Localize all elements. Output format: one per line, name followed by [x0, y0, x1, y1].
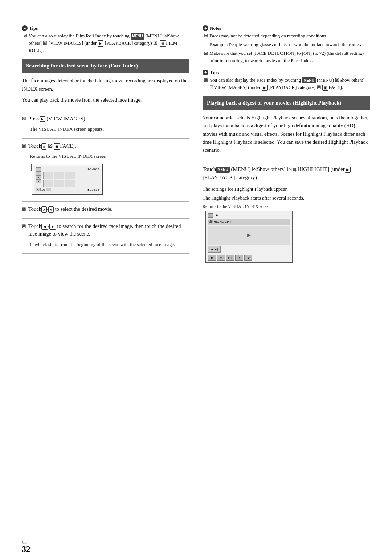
- settings-btn[interactable]: ⚙: [244, 255, 252, 261]
- tips-mid-icon: ✦: [203, 70, 208, 75]
- tip-mid-text: You can also display the Face Index by t…: [209, 77, 370, 91]
- notes-content: ☒ Faces may not be detected depending on…: [203, 32, 370, 65]
- notes-top-right: ✦ Notes ☒ Faces may not be detected depe…: [203, 25, 370, 66]
- highlight-icon: 卹: [293, 167, 297, 172]
- highlight-back-btn: ⟵: [208, 213, 213, 218]
- step-4-sub: Playback starts from the beginning of th…: [22, 241, 189, 248]
- highlight-volume-area: ◄◄): [208, 246, 290, 254]
- highlight-returns-label: Returns to the VISUAL INDEX screen: [203, 204, 370, 209]
- screen-bottom: < 1/3 > ■1:12:34: [36, 188, 99, 192]
- note-text-3: Make sure that you set [FACE DETECTION] …: [209, 50, 370, 64]
- section-heading-face: Searching for desired scene by face (Fac…: [22, 59, 189, 73]
- body-text-1: The face images detected or touched duri…: [22, 77, 189, 93]
- step-2-sub: Returns to the VISUAL INDEX screen: [22, 153, 189, 160]
- date-label: 1-1-2010: [43, 167, 99, 171]
- view-images-icon: ▶: [40, 116, 45, 122]
- gb-label: GB: [22, 540, 30, 544]
- cell-1: [43, 172, 53, 179]
- step-bullet-3: ☒: [22, 206, 26, 212]
- play-btn: ►: [36, 175, 41, 179]
- grid-row-1: [43, 172, 99, 179]
- step-bullet-1: ☒: [22, 116, 26, 122]
- down-btn: ∨: [36, 179, 41, 183]
- highlight-sub-2: The Highlight Playback starts after seve…: [203, 194, 370, 202]
- filmroll-icon: ▦: [160, 40, 166, 47]
- highlight-title-bar: 卹 HIGHLIGHT: [208, 219, 290, 225]
- back-btn-screen: ⟵: [36, 167, 41, 171]
- highlight-sub-text-1: The settings for Highlight Playback appe…: [203, 186, 288, 192]
- note-bullet-3: ☒: [204, 50, 208, 64]
- image-grid: 1-1-2010: [43, 167, 99, 187]
- tips-title: Tips: [29, 25, 38, 31]
- screen-inner-left: ⟵ ∧ ► ∨ 1-1-2010: [34, 166, 101, 193]
- page: ✦ Tips ☒ You can also display the Film R…: [0, 11, 392, 557]
- skip-fwd-btn[interactable]: ⏭: [235, 255, 243, 261]
- highlight-main-area: ►: [208, 226, 290, 245]
- highlight-step: TouchMENU (MENU) ☒Show others] ☒ 卹HIGHLI…: [203, 165, 370, 182]
- face-icon-right: ▣: [322, 85, 328, 91]
- screen-box-left: ⟵ ∧ ► ∨ 1-1-2010: [32, 164, 103, 195]
- screen-diagram-left: ⟵ ∧ ► ∨ 1-1-2010: [22, 164, 189, 195]
- tips-content: ☒ You can also display the Film Roll Ind…: [22, 32, 189, 54]
- divider-r2: [203, 270, 370, 270]
- grid-row-2: [43, 180, 99, 187]
- step-2-sub-text: Returns to the VISUAL INDEX screen: [30, 153, 106, 159]
- body-para-1: The face images detected or touched duri…: [22, 78, 187, 91]
- step-1-sub: The VISUAL INDEX screen appears.: [22, 126, 189, 133]
- highlight-title-text: 卹 HIGHLIGHT: [209, 220, 232, 224]
- body-para-highlight: Your camcorder selects Highlight Playbac…: [203, 115, 368, 153]
- stop-btn[interactable]: ■: [208, 255, 216, 261]
- note-text-1: Faces may not be detected depending on r…: [209, 32, 327, 40]
- step-bullet-4: ☒: [22, 224, 26, 229]
- notes-title: Notes: [210, 25, 221, 31]
- cell-3: [65, 172, 75, 179]
- connector-line: [31, 164, 32, 171]
- divider-1: [22, 111, 189, 111]
- menu-icon-highlight: MENU: [216, 167, 229, 173]
- cell-4: [43, 180, 53, 187]
- pagination: 1/3: [41, 188, 45, 192]
- step-3-content: Touch∧/∨ to select the desired movie.: [28, 205, 189, 213]
- cell-5: [54, 180, 64, 187]
- highlight-screen-box: ⟵ ► 卹 HIGHLIGHT ► ◄◄): [205, 211, 293, 263]
- note-item-3: ☒ Make sure that you set [FACE DETECTION…: [204, 50, 370, 64]
- highlight-returns-text: Returns to the VISUAL INDEX screen: [203, 204, 271, 209]
- body-text-highlight: Your camcorder selects Highlight Playbac…: [203, 114, 370, 155]
- tips-mid-content: ☒ You can also display the Face Index by…: [203, 77, 370, 91]
- divider-2: [22, 138, 189, 139]
- page-number: 32: [22, 544, 30, 554]
- step-4: ☒ Touch◄/► to search for the desired fac…: [22, 222, 189, 238]
- tips-label: ✦ Tips: [22, 25, 189, 31]
- left-column: ✦ Tips ☒ You can also display the Film R…: [22, 25, 189, 553]
- step-2-content: Touch⌂ ☒ ▣FACE].: [28, 142, 189, 150]
- left-arrow-icon: ◄: [41, 224, 48, 230]
- playback-icon-right: ▶: [262, 85, 268, 91]
- face-icon: ▣: [54, 143, 60, 150]
- highlight-controls: ■ ⏮ ►II ⏭ ⚙: [208, 255, 290, 261]
- highlight-play-arrow: ►: [215, 213, 219, 218]
- right-arrow-icon: ►: [49, 224, 56, 230]
- cell-6: [65, 180, 75, 187]
- menu-icon: MENU: [131, 33, 144, 40]
- notes-label: ✦ Notes: [203, 25, 370, 31]
- step-1-sub-text: The VISUAL INDEX screen appears.: [30, 126, 104, 132]
- step-2: ☒ Touch⌂ ☒ ▣FACE].: [22, 142, 189, 150]
- highlight-volume: ◄◄): [208, 246, 221, 253]
- step-1-content: Press▶ (VIEW IMAGES).: [28, 115, 189, 123]
- tips-top-left: ✦ Tips ☒ You can also display the Film R…: [22, 25, 189, 56]
- divider-4: [22, 218, 189, 219]
- note-bullet-1: ☒: [204, 33, 208, 40]
- tips-icon: ✦: [22, 25, 28, 31]
- highlight-step-content: TouchMENU (MENU) ☒Show others] ☒ 卹HIGHLI…: [203, 165, 370, 182]
- playback-icon-highlight: ▶: [345, 167, 351, 173]
- up-arrow-icon: ∧: [41, 206, 47, 213]
- notes-icon: ✦: [203, 25, 208, 31]
- bullet-icon: ☒: [23, 33, 27, 54]
- skip-back-btn[interactable]: ⏮: [217, 255, 225, 261]
- play-pause-btn[interactable]: ►II: [226, 255, 234, 261]
- step-1: ☒ Press▶ (VIEW IMAGES).: [22, 115, 189, 123]
- note-item-1: ☒ Faces may not be detected depending on…: [204, 32, 370, 40]
- playback-arrow: ►: [246, 231, 252, 239]
- tips-mid-title: Tips: [210, 70, 219, 75]
- home-icon: ⌂: [41, 143, 46, 150]
